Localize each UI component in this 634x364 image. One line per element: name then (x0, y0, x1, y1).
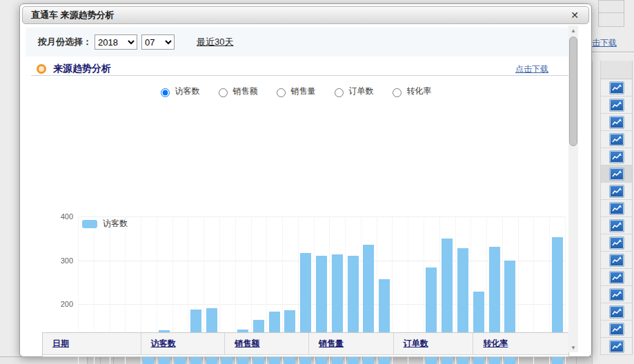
close-icon[interactable]: ✕ (561, 10, 588, 20)
trend-chart-icon[interactable] (609, 133, 624, 146)
visitors-bar-chart: 010020030040007-0107-0207-0307-0407-0507… (20, 108, 579, 328)
metric-radio-group: 访客数销售额销售量订单数转化率 (20, 85, 568, 97)
bg-table-row (600, 148, 633, 165)
scrollbar-thumb[interactable] (569, 37, 577, 146)
orange-ring-icon (37, 64, 46, 74)
dialog-titlebar[interactable]: 直通车 来源趋势分析 ✕ (22, 6, 589, 24)
bg-table-row (600, 234, 633, 252)
metric-label: 销售量 (291, 85, 316, 97)
column-header-3[interactable]: 销售额 (225, 333, 309, 354)
column-header-4[interactable]: 销售量 (309, 333, 394, 354)
bg-table-cell (598, 12, 624, 27)
bg-table-cell (598, 0, 624, 13)
radio-input[interactable] (219, 88, 228, 97)
column-header-6[interactable]: 转化率 (473, 333, 568, 354)
trend-chart-icon[interactable] (609, 81, 624, 94)
metric-radio-3[interactable]: 销售量 (273, 85, 316, 97)
trend-chart-icon[interactable] (609, 305, 624, 318)
trend-chart-icon[interactable] (609, 323, 624, 336)
column-header-label: 转化率 (483, 338, 508, 350)
radio-input[interactable] (161, 88, 170, 97)
month-filter-label: 按月份选择： (38, 36, 92, 48)
metric-label: 订单数 (349, 85, 374, 97)
bg-table-row (600, 269, 633, 286)
trend-chart-icon[interactable] (609, 254, 624, 267)
download-link[interactable]: 点击下载 (515, 63, 548, 75)
dialog-scrollbar[interactable]: ▲ ▼ (568, 26, 578, 352)
bg-table-row (600, 286, 633, 303)
month-select[interactable]: 07 (141, 34, 175, 50)
trend-chart-icon[interactable] (609, 219, 624, 232)
bg-table-row (600, 183, 633, 200)
column-header-1[interactable]: 日期 (43, 333, 141, 354)
y-axis-tick-label: 300 (46, 256, 73, 265)
bg-table-row (600, 79, 633, 97)
section-title: 来源趋势分析 (53, 63, 111, 75)
chart-legend: 访客数 (82, 218, 128, 230)
bg-table-row (600, 217, 633, 234)
metric-radio-2[interactable]: 销售额 (215, 85, 258, 97)
metric-label: 访客数 (175, 85, 200, 97)
bg-table-row (600, 114, 633, 131)
column-header-5[interactable]: 订单数 (394, 333, 474, 354)
trend-chart-icon[interactable] (609, 185, 624, 198)
trend-chart-icon[interactable] (609, 150, 624, 163)
y-axis-tick-label: 400 (46, 212, 73, 221)
radio-input[interactable] (393, 88, 402, 97)
year-select[interactable]: 2018 (95, 34, 137, 50)
month-filter-row: 按月份选择： 2018 07 最近30天 (26, 28, 568, 57)
trend-chart-icon[interactable] (609, 271, 624, 284)
trend-chart-icon[interactable] (609, 116, 624, 129)
column-header-label: 订单数 (404, 338, 428, 350)
bg-table-header-cell (600, 61, 633, 79)
bg-table-row (600, 200, 633, 217)
column-header-label: 访客数 (151, 338, 176, 350)
trend-analysis-dialog: 直通车 来源趋势分析 ✕ 按月份选择： 2018 07 最近30天 来源趋势分析… (19, 3, 592, 357)
section-divider (31, 75, 568, 76)
trend-chart-icon[interactable] (609, 340, 624, 353)
trend-chart-icon[interactable] (609, 168, 624, 181)
legend-swatch (82, 220, 97, 228)
bg-table-row (600, 252, 633, 269)
scroll-up-icon[interactable]: ▲ (568, 26, 578, 35)
trend-chart-icon[interactable] (609, 202, 624, 215)
y-axis-tick-label: 200 (46, 300, 73, 308)
dialog-title: 直通车 来源趋势分析 (23, 9, 561, 21)
metric-radio-4[interactable]: 订单数 (331, 85, 374, 97)
bg-table-row (600, 131, 633, 148)
radio-input[interactable] (335, 88, 344, 97)
column-header-label: 日期 (52, 338, 69, 350)
metric-label: 销售额 (233, 85, 258, 97)
scroll-down-icon[interactable]: ▼ (568, 343, 578, 352)
metric-radio-1[interactable]: 访客数 (157, 85, 200, 97)
trend-chart-icon[interactable] (609, 99, 624, 112)
trend-chart-icon[interactable] (609, 236, 624, 250)
column-header-2[interactable]: 访客数 (141, 333, 226, 354)
bg-table-row (600, 338, 633, 355)
screen: { "modal": { "title": "直通车 来源趋势分析", "clo… (0, 0, 634, 364)
recent-30-days-link[interactable]: 最近30天 (197, 36, 233, 48)
bg-divider (592, 52, 634, 53)
bg-icon-table (592, 61, 634, 364)
bg-table-row (600, 97, 633, 114)
bg-table-row (600, 303, 633, 321)
column-header-label: 销售量 (319, 338, 344, 350)
column-header-label: 销售额 (235, 338, 259, 350)
metric-label: 转化率 (407, 85, 432, 97)
metric-radio-5[interactable]: 转化率 (389, 85, 432, 97)
data-table: 日期访客数销售额销售量订单数转化率 (42, 332, 569, 357)
table-header-row: 日期访客数销售额销售量订单数转化率 (43, 333, 568, 355)
bg-table-row (600, 165, 633, 183)
radio-input[interactable] (277, 88, 286, 97)
legend-label: 访客数 (103, 218, 128, 230)
bg-table-row (600, 321, 633, 338)
trend-chart-icon[interactable] (609, 288, 624, 301)
